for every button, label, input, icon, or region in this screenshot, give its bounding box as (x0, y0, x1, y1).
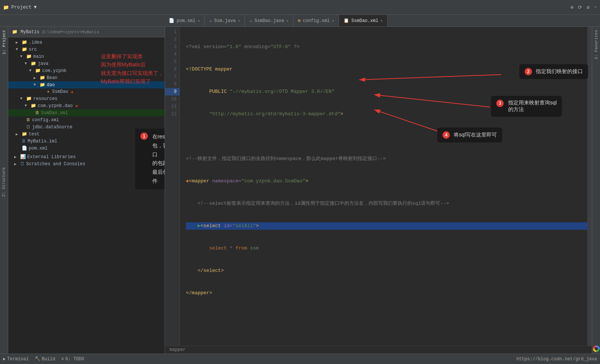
tab-config[interactable]: ⚙ config.xml ✕ (293, 15, 339, 26)
tree-idea[interactable]: ▶ 📁 .idea (8, 39, 165, 46)
com-dao-label: com.yzpnb.dao (38, 103, 73, 109)
tooltip1-line1: 在resources下创建 (152, 132, 165, 141)
annotation-bubble-4: 4 将sql写在这里即可 (437, 128, 502, 142)
settings-icon[interactable]: ⚙ (587, 4, 590, 10)
tree-com-yzpnb-dao[interactable]: ▼ 📁 com.yzpnb.dao ◀ (8, 102, 165, 109)
project-label[interactable]: 📁 Project ▼ (3, 4, 37, 10)
project-folder-icon: 📁 (12, 29, 18, 35)
circle-1: 1 (140, 132, 148, 140)
status-url: https://blog.csdn.net/grd_java (516, 357, 597, 362)
terminal-icon: ▶ (3, 356, 6, 362)
iml-label: MyBatis.iml (28, 139, 57, 144)
project-panel: 📁 MyBatis D:\IdeaProjects\MyBatis ▶ 📁 .i… (8, 27, 165, 354)
todo-button[interactable]: ≡ 6: TODO (61, 357, 84, 362)
bean-label: Bean (47, 75, 57, 81)
tab-ssmdao-label: SsmDao.java (255, 18, 284, 23)
top-toolbar: 📁 Project ▼ ⊕ ⟳ ⚙ − (0, 0, 600, 15)
editor-area: 1 2 3 4 5 6 7 8 9 10 11 12 <?xml version… (165, 27, 592, 354)
tab-pom-close[interactable]: ✕ (198, 19, 200, 23)
red-arrow-indicator2: ◀ (75, 103, 78, 108)
tree-resources[interactable]: ▼ 📁 resources (8, 95, 165, 102)
tab-ssmdao-icon: ☕ (249, 18, 252, 23)
tab-config-close[interactable]: ✕ (332, 19, 334, 23)
tab-ssm-close[interactable]: ✕ (238, 19, 240, 23)
breadcrumb-mapper: mapper (170, 347, 186, 352)
tab-ssmdao[interactable]: ☕ SsmDao.java ✕ (245, 15, 293, 26)
jdbc-icon: 🗋 (26, 124, 31, 130)
dropdown-arrow[interactable]: ▼ (34, 4, 37, 10)
resources-folder-icon: 📁 (26, 96, 32, 101)
terminal-button[interactable]: ▶ Terminal (3, 356, 29, 362)
code-line-9: ▶<select id="selAll"> (186, 222, 592, 230)
main-label: main (33, 54, 44, 59)
circle-3: 3 (496, 100, 504, 107)
sync-icon[interactable]: ⟳ (578, 4, 582, 10)
project-name: Project (11, 4, 32, 10)
project-root-name: MyBatis (21, 29, 39, 35)
ssmdao-java-label: SsmDao (52, 89, 68, 94)
ext-label: External Libraries (27, 154, 76, 160)
tab-ssmdaoxml-label: SsmDao.xml (351, 18, 378, 23)
code-line-12: </mapper> (186, 289, 592, 297)
editor-content: 1 2 3 4 5 6 7 8 9 10 11 12 <?xml version… (165, 27, 592, 346)
tab-ssm[interactable]: ☕ Ssm.java ✕ (205, 15, 245, 26)
structure-label[interactable]: Z: Structure (0, 165, 7, 199)
build-icon: 🔨 (35, 356, 40, 362)
tooltip1-line3: 的包路径相同， (152, 159, 165, 168)
iml-icon: 🗎 (22, 138, 26, 144)
code-line-8: <!--select标签表示指定用来查询的方法，id属性用于指定接口中的方法名，… (186, 200, 592, 207)
tab-pom-icon: 📄 (169, 18, 174, 23)
favorites-toggle[interactable]: 2: Favorites (594, 27, 599, 62)
minimize-icon[interactable]: − (594, 4, 597, 10)
globe-icon[interactable]: ⊕ (571, 4, 574, 10)
tree-area: ▶ 📁 .idea ▼ 📁 src ▼ 📁 main ▼ 📁 java (8, 37, 165, 354)
tab-ssmdaoxml-icon: 📋 (343, 18, 349, 23)
tab-pom[interactable]: 📄 pom.xml ✕ (164, 15, 205, 26)
red-annotation-line3: 就无需为接口写实现类了， (101, 69, 164, 77)
interface-icon: ● (47, 90, 50, 94)
pom-icon: 📄 (22, 145, 27, 151)
dao-arrow: ▼ (34, 83, 38, 87)
java-folder-icon: 📁 (31, 61, 36, 66)
breadcrumb-bar: mapper (165, 346, 592, 354)
main-area: 1: Project 📁 MyBatis D:\IdeaProjects\MyB… (0, 27, 600, 354)
idea-arrow: ▶ (16, 40, 20, 45)
bottom-toolbar: ▶ Terminal 🔨 Build ≡ 6: TODO https://blo… (0, 354, 600, 364)
tree-config-xml[interactable]: 🗎 config.xml (8, 116, 165, 123)
src-folder-icon: 📁 (22, 47, 27, 52)
code-line-11: </select> (186, 267, 592, 274)
tab-pom-label: pom.xml (177, 18, 195, 23)
project-panel-header: 📁 MyBatis D:\IdeaProjects\MyBatis (8, 27, 165, 37)
ssmdao-xml-icon: 🗎 (35, 110, 40, 116)
circle-2: 2 (525, 68, 532, 75)
config-xml-label: config.xml (32, 117, 59, 123)
code-line-1: <?xml version="1.0" encoding="UTF-8" ?> (186, 43, 592, 51)
tooltip1-line2: 包，要和我们对应接口 (152, 141, 165, 159)
build-button[interactable]: 🔨 Build (35, 356, 55, 362)
red-annotation-line2: 因为使用MyBatis后 (101, 60, 164, 69)
tab-ssmdaoxml-close[interactable]: ✕ (380, 19, 383, 23)
tab-ssmdao-close[interactable]: ✕ (286, 19, 289, 23)
tree-ssmdao-java[interactable]: ● SsmDao ◀ (8, 88, 165, 95)
jdbc-label: jdbc.dataSource (32, 125, 72, 130)
idea-label: .idea (29, 40, 42, 45)
scratches-arrow: ▶ (14, 162, 19, 166)
tab-ssm-icon: ☕ (209, 18, 212, 23)
bean-folder-icon: 📁 (40, 75, 45, 81)
tooltip-1: 1 在resources下创建 包，要和我们对应接口 的包路径相同， 最后创建同… (135, 129, 165, 189)
test-arrow: ▶ (16, 132, 20, 136)
resources-label: resources (33, 96, 57, 101)
java-label: java (38, 61, 49, 66)
main-folder-icon: 📁 (26, 54, 32, 59)
chrome-icon (593, 345, 600, 352)
project-root-path: D:\IdeaProjects\MyBatis (42, 30, 99, 34)
annotation-bubble-3: 3 指定用来映射查询sql 的方法 (491, 96, 562, 117)
tree-ssmdao-xml[interactable]: 🗎 SsmDao.xml (8, 109, 165, 116)
ext-arrow: ▶ (14, 155, 19, 159)
project-panel-toggle[interactable]: 1: Project (2, 27, 6, 57)
url-text: https://blog.csdn.net/grd_java (516, 357, 597, 362)
tab-ssmdaoxml[interactable]: 📋 SsmDao.xml ✕ (339, 15, 388, 26)
dao-folder-icon: 📁 (40, 82, 45, 88)
red-annotation-text: 这里删掉了实现类 因为使用MyBatis后 就无需为接口写实现类了， MyBat… (101, 52, 164, 86)
tab-ssm-label: Ssm.java (214, 18, 236, 23)
